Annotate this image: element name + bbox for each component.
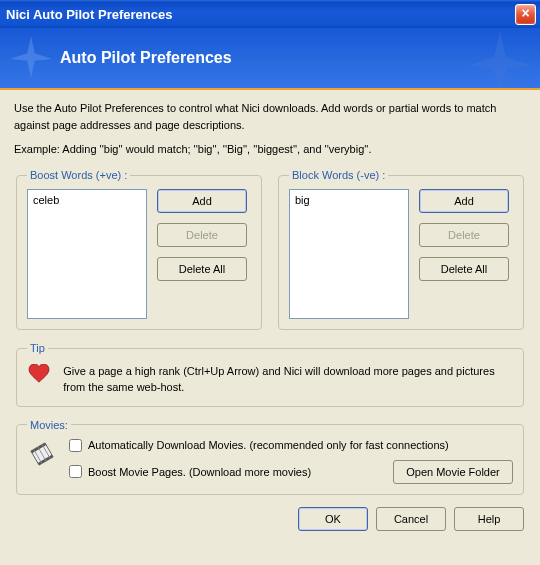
film-icon [29, 441, 55, 467]
block-words-listbox[interactable]: big [289, 189, 409, 319]
example-text: Example: Adding ''big'' would match; ''b… [14, 143, 526, 155]
tip-group: Tip Give a page a high rank (Ctrl+Up Arr… [16, 342, 524, 407]
content-area: Use the Auto Pilot Preferences to contro… [0, 90, 540, 539]
boost-words-group: Boost Words (+ve) : celeb Add Delete Del… [16, 169, 262, 330]
boost-add-button[interactable]: Add [157, 189, 247, 213]
titlebar[interactable]: Nici Auto Pilot Preferences × [0, 0, 540, 28]
tip-text: Give a page a high rank (Ctrl+Up Arrow) … [63, 362, 513, 396]
header-band: Auto Pilot Preferences [0, 28, 540, 90]
ok-button[interactable]: OK [298, 507, 368, 531]
airplane-icon [8, 34, 54, 80]
block-delete-button: Delete [419, 223, 509, 247]
boost-movie-label: Boost Movie Pages. (Download more movies… [88, 466, 311, 478]
boost-words-listbox[interactable]: celeb [27, 189, 147, 319]
tip-legend: Tip [27, 342, 48, 354]
auto-download-checkbox-row[interactable]: Automatically Download Movies. (recommen… [69, 439, 513, 452]
dialog-button-row: OK Cancel Help [14, 507, 526, 531]
movies-group: Movies: Automatically Down [16, 419, 524, 495]
help-button[interactable]: Help [454, 507, 524, 531]
block-words-group: Block Words (-ve) : big Add Delete Delet… [278, 169, 524, 330]
movies-legend: Movies: [27, 419, 71, 431]
block-legend: Block Words (-ve) : [289, 169, 388, 181]
auto-download-checkbox[interactable] [69, 439, 82, 452]
header-title: Auto Pilot Preferences [60, 49, 232, 67]
boost-movie-checkbox-row[interactable]: Boost Movie Pages. (Download more movies… [69, 465, 311, 478]
airplane-icon [460, 28, 540, 90]
intro-text: Use the Auto Pilot Preferences to contro… [14, 100, 526, 133]
boost-delete-all-button[interactable]: Delete All [157, 257, 247, 281]
boost-movie-checkbox[interactable] [69, 465, 82, 478]
open-movie-folder-button[interactable]: Open Movie Folder [393, 460, 513, 484]
list-item[interactable]: big [295, 193, 403, 207]
block-delete-all-button[interactable]: Delete All [419, 257, 509, 281]
boost-delete-button: Delete [157, 223, 247, 247]
cancel-button[interactable]: Cancel [376, 507, 446, 531]
close-icon[interactable]: × [515, 4, 536, 25]
auto-download-label: Automatically Download Movies. (recommen… [88, 439, 449, 451]
window-title: Nici Auto Pilot Preferences [6, 7, 172, 22]
list-item[interactable]: celeb [33, 193, 141, 207]
block-add-button[interactable]: Add [419, 189, 509, 213]
boost-legend: Boost Words (+ve) : [27, 169, 130, 181]
heart-icon [28, 364, 50, 384]
